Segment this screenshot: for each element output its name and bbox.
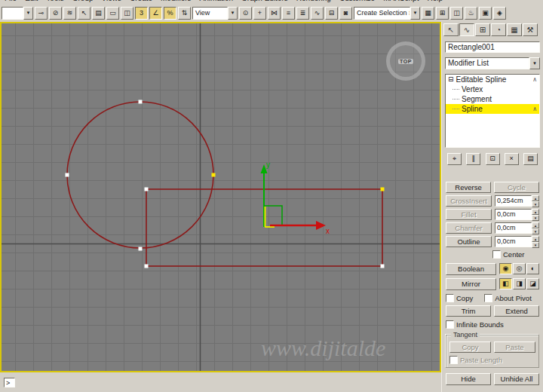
curve-editor-icon[interactable]: ∿ bbox=[311, 7, 324, 20]
use-center-icon[interactable]: ⊙ bbox=[239, 7, 252, 20]
snap-toggle-icon[interactable]: 3 bbox=[135, 7, 148, 20]
reference-coordsys-combo[interactable]: View ▼ bbox=[192, 7, 238, 20]
object-name-field[interactable]: Rectangle001 bbox=[445, 41, 540, 53]
array-tool-icon[interactable]: ⊞ bbox=[436, 7, 449, 20]
configure-modifier-sets-icon[interactable]: ▤ bbox=[523, 153, 538, 165]
modifier-list-value[interactable]: Modifier List bbox=[445, 57, 529, 69]
about-pivot-checkbox[interactable] bbox=[484, 294, 492, 302]
menu-item[interactable]: Group bbox=[72, 0, 94, 2]
chamfer-button[interactable]: Chamfer bbox=[446, 222, 492, 234]
snapshot-icon[interactable]: ◫ bbox=[450, 7, 463, 20]
menu-item[interactable]: Customize bbox=[339, 0, 375, 2]
unlink-selection-icon[interactable]: ⊘ bbox=[49, 7, 62, 20]
vertex-handle[interactable] bbox=[139, 100, 143, 104]
outline-spinner[interactable]: 0,0cm ▴▾ bbox=[495, 236, 539, 247]
named-selections-icon[interactable]: ▦ bbox=[422, 7, 434, 20]
extend-button[interactable]: Extend bbox=[494, 305, 539, 317]
tangent-copy-button[interactable]: Copy bbox=[449, 341, 491, 353]
boolean-intersect-icon[interactable]: ◐ bbox=[526, 263, 539, 274]
spinner-up-icon[interactable]: ▴ bbox=[532, 236, 539, 242]
make-unique-icon[interactable]: ⊡ bbox=[486, 153, 500, 165]
select-object-icon[interactable]: ↖ bbox=[78, 7, 90, 20]
maxscript-mini-listener[interactable]: > bbox=[4, 378, 15, 387]
menu-item[interactable]: MAXScript bbox=[383, 0, 419, 2]
spinner-up-icon[interactable]: ▴ bbox=[532, 209, 539, 215]
menu-item[interactable]: Tools bbox=[46, 0, 63, 2]
tab-modify[interactable]: ∿ bbox=[459, 23, 474, 36]
tab-hierarchy[interactable]: ⊞ bbox=[475, 23, 490, 36]
chamfer-spinner[interactable]: 0,0cm ▴▾ bbox=[495, 222, 539, 234]
layer-manager-icon[interactable]: ≣ bbox=[296, 7, 309, 20]
spinner-up-icon[interactable]: ▴ bbox=[532, 195, 539, 201]
crossinsert-spinner[interactable]: 0,254cm ▴▾ bbox=[495, 195, 539, 207]
top-viewport[interactable]: y x TOP www.dijitalde bbox=[0, 22, 441, 372]
select-and-link-icon[interactable]: ⊸ bbox=[35, 7, 48, 20]
cycle-button[interactable]: Cycle bbox=[494, 182, 539, 193]
mirror-horizontal-icon[interactable]: ◧ bbox=[499, 278, 512, 289]
align-tool-icon[interactable]: ≡ bbox=[282, 7, 295, 20]
spinner-down-icon[interactable]: ▾ bbox=[532, 228, 539, 234]
menu-item[interactable]: Modifiers bbox=[161, 0, 192, 2]
menu-item[interactable]: Rendering bbox=[296, 0, 331, 2]
spinner-up-icon[interactable]: ▴ bbox=[532, 222, 539, 228]
select-by-name-icon[interactable]: ▤ bbox=[92, 7, 105, 20]
named-selection-combo-value[interactable] bbox=[2, 7, 23, 20]
copy-checkbox[interactable] bbox=[446, 294, 454, 302]
vertex-handle[interactable] bbox=[139, 247, 143, 251]
vertex-handle[interactable] bbox=[381, 265, 385, 268]
unhide-all-button[interactable]: Unhide All bbox=[494, 373, 539, 385]
reverse-button[interactable]: Reverse bbox=[446, 182, 491, 193]
combo-arrow-icon[interactable]: ▼ bbox=[228, 7, 238, 20]
x-axis-arrowhead-icon[interactable] bbox=[316, 221, 326, 230]
tangent-paste-button[interactable]: Paste bbox=[494, 341, 535, 353]
window-crossing-icon[interactable]: ◫ bbox=[121, 7, 133, 20]
combo-arrow-icon[interactable]: ▼ bbox=[529, 57, 540, 69]
menu-item[interactable]: Views bbox=[102, 0, 122, 2]
hide-button[interactable]: Hide bbox=[446, 373, 491, 385]
mirror-vertical-icon[interactable]: ◨ bbox=[513, 278, 526, 289]
combo-arrow-icon[interactable]: ▼ bbox=[23, 7, 33, 20]
show-end-result-icon[interactable]: ∥ bbox=[466, 153, 480, 165]
infinite-bounds-checkbox[interactable] bbox=[446, 320, 454, 329]
combo-arrow-icon[interactable]: ▼ bbox=[410, 7, 420, 20]
selection-set-combo[interactable]: Create Selection Se ▼ bbox=[354, 7, 420, 20]
menu-item[interactable]: Create bbox=[130, 0, 152, 2]
tab-display[interactable]: ▦ bbox=[507, 23, 522, 36]
select-region-icon[interactable]: ▭ bbox=[106, 7, 119, 20]
fillet-button[interactable]: Fillet bbox=[446, 209, 492, 220]
spinner-down-icon[interactable]: ▾ bbox=[532, 201, 539, 207]
outline-button[interactable]: Outline bbox=[446, 236, 492, 247]
boolean-button[interactable]: Boolean bbox=[446, 263, 496, 275]
menu-item[interactable]: File bbox=[5, 0, 17, 2]
tab-motion[interactable]: ◔ bbox=[491, 23, 506, 36]
view-rotation-widget[interactable]: TOP bbox=[386, 41, 425, 81]
stack-item-spline[interactable]: Spline ∧ bbox=[446, 104, 539, 114]
remove-modifier-icon[interactable]: × bbox=[505, 153, 519, 165]
render-setup-icon[interactable]: ♨ bbox=[465, 7, 477, 20]
menu-item[interactable]: Help bbox=[427, 0, 443, 2]
circle-spline[interactable] bbox=[67, 102, 213, 248]
mirror-both-icon[interactable]: ◪ bbox=[526, 278, 539, 289]
boolean-subtract-icon[interactable]: ◎ bbox=[513, 263, 526, 274]
stack-item-editable-spline[interactable]: ⊟ Editable Spline ∧ bbox=[446, 75, 539, 84]
paste-length-checkbox[interactable] bbox=[449, 356, 458, 364]
bind-to-spacewarp-icon[interactable]: ≋ bbox=[63, 7, 76, 20]
fillet-spinner[interactable]: 0,0cm ▴▾ bbox=[495, 209, 539, 220]
vertex-handle[interactable] bbox=[145, 265, 149, 268]
tab-create[interactable]: ↖ bbox=[443, 23, 459, 36]
pin-stack-icon[interactable]: ⌖ bbox=[447, 153, 462, 165]
modifier-list-combo[interactable]: Modifier List ▼ bbox=[445, 57, 540, 69]
transform-gizmo[interactable]: y x bbox=[261, 161, 330, 235]
menu-item[interactable]: Animation bbox=[200, 0, 233, 2]
mirror-button[interactable]: Mirror bbox=[446, 278, 496, 290]
menu-item[interactable]: Graph Editors bbox=[241, 0, 288, 2]
chamfer-value[interactable]: 0,0cm bbox=[495, 222, 532, 234]
selected-vertex-handle[interactable] bbox=[212, 173, 216, 177]
render-frame-icon[interactable]: ▣ bbox=[479, 7, 492, 20]
viewport-canvas[interactable]: y x bbox=[2, 23, 440, 371]
spinner-down-icon[interactable]: ▾ bbox=[532, 242, 539, 248]
select-manipulate-icon[interactable]: + bbox=[253, 7, 266, 20]
stack-item-segment[interactable]: Segment bbox=[446, 94, 539, 104]
angle-snap-icon[interactable]: ∠ bbox=[149, 7, 162, 20]
crossinsert-button[interactable]: CrossInsert bbox=[446, 195, 492, 207]
